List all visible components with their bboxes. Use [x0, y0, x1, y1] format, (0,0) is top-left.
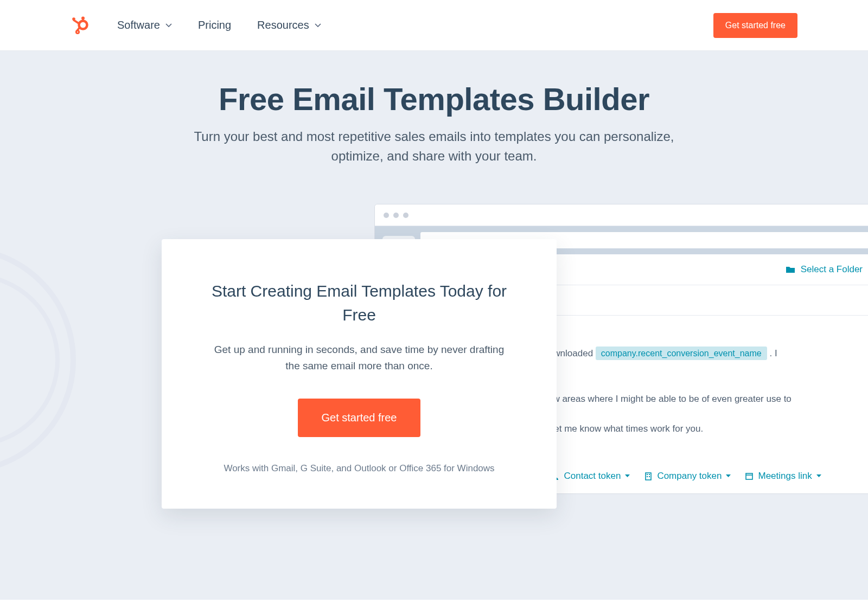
hero-section: Free Email Templates Builder Turn your b… — [0, 51, 868, 600]
building-icon — [644, 472, 653, 480]
main-nav: Software Pricing Resources — [117, 19, 321, 31]
caret-down-icon — [625, 474, 630, 478]
cta-card: Start Creating Email Templates Today for… — [162, 239, 557, 509]
caret-down-icon — [816, 474, 821, 478]
nav-label: Software — [117, 19, 160, 31]
svg-rect-8 — [646, 473, 651, 480]
chevron-down-icon — [315, 23, 321, 27]
page-title: Free Email Templates Builder — [0, 81, 868, 117]
cta-meta: Works with Gmail, G Suite, and Outlook o… — [194, 463, 524, 474]
email-text: . I — [769, 348, 777, 358]
hubspot-logo-icon[interactable] — [71, 16, 90, 35]
svg-rect-13 — [746, 473, 752, 479]
cta-description: Get up and running in seconds, and save … — [207, 342, 511, 375]
nav-item-pricing[interactable]: Pricing — [198, 19, 231, 31]
browser-chrome — [375, 204, 868, 226]
insert-meetings-link-dropdown[interactable]: Meetings link — [745, 471, 821, 482]
folder-icon — [786, 266, 795, 273]
toolbar-label: Contact token — [564, 471, 621, 482]
nav-label: Resources — [257, 19, 309, 31]
toolbar-label: Company token — [657, 471, 722, 482]
nav-item-resources[interactable]: Resources — [257, 19, 321, 31]
personalization-token[interactable]: company.recent_conversion_event_name — [596, 347, 767, 360]
cta-title: Start Creating Email Templates Today for… — [207, 279, 511, 326]
nav-item-software[interactable]: Software — [117, 19, 172, 31]
toolbar-label: Meetings link — [758, 471, 812, 482]
select-folder-label: Select a Folder — [801, 264, 863, 275]
chevron-down-icon — [165, 23, 172, 27]
svg-rect-10 — [649, 474, 650, 475]
window-dot — [384, 213, 389, 218]
select-folder-dropdown[interactable]: Select a Folder — [786, 264, 868, 275]
insert-company-token-dropdown[interactable]: Company token — [644, 471, 731, 482]
svg-point-0 — [79, 21, 87, 29]
site-header: Software Pricing Resources Get started f… — [0, 0, 868, 51]
illustration-area: nt Select a Folder y on our site and dow… — [98, 204, 770, 518]
caret-down-icon — [726, 474, 731, 478]
header-left: Software Pricing Resources — [71, 16, 321, 35]
svg-rect-9 — [647, 474, 648, 475]
window-dot — [393, 213, 399, 218]
get-started-button[interactable]: Get started free — [298, 399, 421, 437]
nav-label: Pricing — [198, 19, 231, 31]
svg-rect-2 — [82, 19, 84, 22]
get-started-button[interactable]: Get started free — [713, 13, 797, 38]
svg-rect-11 — [647, 476, 648, 477]
window-dot — [403, 213, 409, 218]
insert-contact-token-dropdown[interactable]: Contact token — [551, 471, 630, 482]
svg-rect-12 — [649, 476, 650, 477]
calendar-icon — [745, 472, 754, 480]
page-subtitle: Turn your best and most repetitive sales… — [184, 127, 684, 166]
